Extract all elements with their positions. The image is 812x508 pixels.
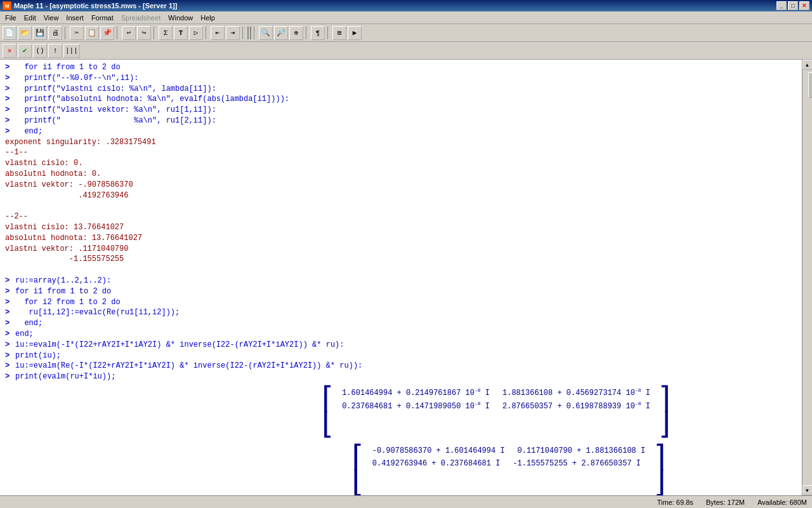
scroll-thumb[interactable] <box>808 72 813 98</box>
close-worksheet-btn[interactable]: ✕ <box>3 44 16 58</box>
comment-btn[interactable]: ||| <box>63 44 80 58</box>
output-7: --2-- <box>5 211 797 222</box>
sum-button[interactable]: Σ <box>159 26 173 40</box>
sep8 <box>327 27 330 39</box>
output-6: .4192763946 <box>5 190 797 201</box>
scroll-up-button[interactable]: ▲ <box>802 60 813 70</box>
open-button[interactable]: 📂 <box>18 26 32 40</box>
input-line-17: > print(evalm(ru+I*iu)); <box>5 371 797 382</box>
output-10: vlastni vektor: .1171040790 <box>5 244 797 255</box>
print-button[interactable]: 🖨 <box>48 26 62 40</box>
input-line-1: > for i1 from 1 to 2 do <box>5 62 797 73</box>
sep6 <box>254 27 256 39</box>
sep2 <box>117 27 119 39</box>
zoom-out-button[interactable]: 🔎 <box>274 26 288 40</box>
worksheet-content[interactable]: > for i1 from 1 to 2 do > printf("--%0.0… <box>0 60 802 495</box>
output-1: exponent singularity: .3283175491 <box>5 137 797 148</box>
status-bar: Time: 69.8s Bytes: 172M Available: 680M <box>0 495 812 508</box>
status-bytes: Bytes: 172M <box>706 498 745 506</box>
zoom-reset-button[interactable]: ⊕ <box>289 26 303 40</box>
sep7 <box>306 27 308 39</box>
text-button[interactable]: T <box>174 26 188 40</box>
menu-format[interactable]: Format <box>88 13 117 23</box>
sep1 <box>65 27 67 39</box>
output-2: --1-- <box>5 147 797 158</box>
indent-right-button[interactable]: ⇥ <box>226 26 240 40</box>
cut-button[interactable]: ✂ <box>70 26 84 40</box>
paste-button[interactable]: 📌 <box>100 26 114 40</box>
exclaim-btn[interactable]: ! <box>48 44 62 58</box>
sep4 <box>206 27 208 39</box>
main-area: > for i1 from 1 to 2 do > printf("--%0.0… <box>0 60 812 495</box>
input-line-5: > printf("vlastni vektor: %a\n", ru1[1,i… <box>5 105 797 116</box>
status-time: Time: 69.8s <box>657 498 693 506</box>
input-line-11: > ru[i1,i2]:=evalc(Re(ru1[i1,i2])); <box>5 307 797 318</box>
input-line-15: > print(iu); <box>5 351 797 361</box>
toolbar-1: 📄 📂 💾 🖨 ✂ 📋 📌 ↩ ↪ Σ T ▷ ⇤ ⇥ 🔍 🔎 ⊕ ¶ ⊞ ▶ <box>0 24 812 42</box>
plot-button[interactable]: ▷ <box>189 26 203 40</box>
menu-insert[interactable]: Insert <box>62 13 88 23</box>
input-line-2: > printf("--%0.0f--\n",i1): <box>5 73 797 84</box>
app-icon: M <box>3 1 11 10</box>
sep-h1 <box>247 27 249 39</box>
undo-button[interactable]: ↩ <box>122 26 136 40</box>
output-11: -1.155575255 <box>5 254 797 265</box>
sep3 <box>154 27 156 39</box>
new-button[interactable]: 📄 <box>3 26 16 40</box>
maple-prompt-btn[interactable]: ✔ <box>18 44 32 58</box>
close-button[interactable]: ✕ <box>799 1 809 10</box>
sep5 <box>242 27 245 39</box>
output-5: vlastni vektor: -.9078586370 <box>5 180 797 190</box>
vertical-scrollbar[interactable]: ▲ ▼ <box>802 60 812 495</box>
input-line-6: > printf(" %a\n", ru1[2,i1]): <box>5 116 797 126</box>
menu-bar: File Edit View Insert Format Spreadsheet… <box>0 11 812 24</box>
maximize-button[interactable]: □ <box>788 1 798 10</box>
input-line-9: > for i1 from 1 to 2 do <box>5 286 797 297</box>
indent-left-button[interactable]: ⇤ <box>211 26 225 40</box>
menu-help[interactable]: Help <box>197 13 219 23</box>
title-bar: M Maple 11 - [asymptotic stress15.mws - … <box>0 0 812 11</box>
output-8: vlastni cislo: 13.76641027 <box>5 222 797 233</box>
input-line-8: > ru:=array(1..2,1..2): <box>5 276 797 286</box>
paragraph-button[interactable]: ¶ <box>311 26 325 40</box>
output-4: absolutni hodnota: 0. <box>5 169 797 180</box>
save-button[interactable]: 💾 <box>33 26 47 40</box>
toolbar-2: ✕ ✔ () ! ||| <box>0 42 812 60</box>
title-bar-left: M Maple 11 - [asymptotic stress15.mws - … <box>3 1 177 10</box>
matrix-output-1: ⌈ ⌊ 1.601464994 + 0.2149761867 10-8 I 1.… <box>5 385 797 441</box>
input-line-14: > iu:=evalm(-I*(I22+rAY2I+I*iAY2I) &* in… <box>5 340 797 351</box>
insert-obj-button[interactable]: ⊞ <box>332 26 346 40</box>
menu-window[interactable]: Window <box>164 13 197 23</box>
input-line-16: > iu:=evalm(Re(-I*(I22+rAY2I+I*iAY2I) &*… <box>5 361 797 371</box>
zoom-in-button[interactable]: 🔍 <box>259 26 273 40</box>
status-available: Available: 680M <box>757 498 807 506</box>
menu-view[interactable]: View <box>40 13 63 23</box>
input-line-3: > printf("vlastni cislo: %a\n", lambda[i… <box>5 84 797 95</box>
input-line-12: > end; <box>5 318 797 329</box>
run-button[interactable]: ▶ <box>348 26 362 40</box>
minimize-button[interactable]: _ <box>776 1 787 10</box>
menu-file[interactable]: File <box>1 13 20 23</box>
matrix-output-2: ⌈ ⌊ -0.9078586370 + 1.601464994 I 0.1171… <box>5 443 797 495</box>
redo-button[interactable]: ↪ <box>137 26 151 40</box>
output-3: vlastni cislo: 0. <box>5 158 797 169</box>
window-title: Maple 11 - [asymptotic stress15.mws - [S… <box>14 2 177 10</box>
bracket-btn[interactable]: () <box>33 44 47 58</box>
worksheet: > for i1 from 1 to 2 do > printf("--%0.0… <box>0 60 802 495</box>
input-line-7: > end; <box>5 126 797 137</box>
copy-button[interactable]: 📋 <box>85 26 99 40</box>
sep-h2 <box>250 27 251 39</box>
title-bar-controls[interactable]: _ □ ✕ <box>776 1 809 10</box>
output-blank-2 <box>5 265 797 276</box>
menu-edit[interactable]: Edit <box>20 13 40 23</box>
scroll-down-button[interactable]: ▼ <box>802 485 813 495</box>
output-9: absolutni hodnota: 13.76641027 <box>5 233 797 244</box>
output-blank-1 <box>5 201 797 211</box>
input-line-10: > for i2 from 1 to 2 do <box>5 297 797 308</box>
input-line-13: > end; <box>5 329 797 340</box>
menu-spreadsheet: Spreadsheet <box>117 13 164 23</box>
input-line-4: > printf("absolutni hodnota: %a\n", eval… <box>5 94 797 105</box>
